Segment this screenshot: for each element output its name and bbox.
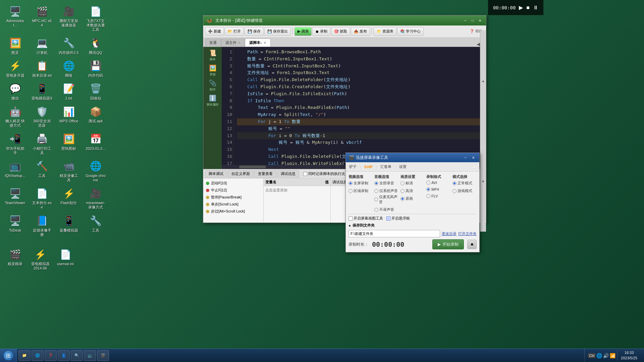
debug-tab-script[interactable]: 脚本调试 <box>205 170 227 178</box>
tab-nav-left[interactable]: ◀ <box>477 42 480 47</box>
taskbar-search[interactable]: 🔍 <box>71 350 83 361</box>
desktop-icon-360[interactable]: 🛡️ 360安全浏览器 <box>30 104 54 129</box>
toolbar-grab-btn[interactable]: 🎯 抓取 <box>331 27 350 36</box>
rec-toolbar-close[interactable]: ✕ <box>471 164 478 170</box>
desktop-icon-textplit[interactable]: 📄 文本拆分.exe <box>30 185 54 211</box>
toolbar-run-btn[interactable]: ▶ 调测 <box>294 27 312 36</box>
no-audio-radio[interactable] <box>374 208 378 212</box>
sidebar-properties[interactable]: ℹ️ 脚本属性 <box>206 94 219 107</box>
taskbar-help[interactable]: ❓ <box>45 350 57 361</box>
rec-region-option[interactable]: 区域录制 <box>348 188 368 193</box>
rec-hd-option[interactable]: 高清 <box>400 188 413 193</box>
avi-radio[interactable] <box>426 181 430 185</box>
open-folder-link[interactable]: 打开文件夹 <box>458 231 477 236</box>
toolbar-save-btn[interactable]: 💾 保存 <box>245 27 264 36</box>
code-editor[interactable]: 12345 678910 1112131415 1617181920 21222… <box>222 47 486 165</box>
var-add-hint[interactable]: 点击这里添加 <box>264 186 330 194</box>
rec-mp4-option[interactable]: MP4 <box>426 187 439 191</box>
taskbar-ie[interactable]: 🌐 <box>32 350 44 361</box>
debug-start-btn[interactable]: 启动F[10] <box>204 180 262 187</box>
debug-stop-btn[interactable]: 中止F[12] <box>204 187 262 194</box>
minimize-button[interactable]: ─ <box>462 17 469 23</box>
screenshot-checkbox[interactable] <box>348 217 353 221</box>
desktop-icon-xiaoren[interactable]: 🖨️ 小精打印工具 <box>30 131 54 157</box>
rec-minimize-btn[interactable]: ─ <box>462 155 469 161</box>
desktop-icon-recycle[interactable]: 🗑️ 回收站 <box>84 81 107 102</box>
top-stop-btn[interactable]: ■ <box>526 5 530 11</box>
debug-tab-variables[interactable]: 变量查看 <box>254 170 276 178</box>
region-radio[interactable] <box>348 189 353 193</box>
desktop-icon-huawei[interactable]: 📲 华为手机助手 <box>3 131 27 157</box>
desktop-icon-1txt[interactable]: 📝 1.txt <box>57 81 80 102</box>
desktop-icon-wps[interactable]: 📊 WPS Office <box>57 104 80 129</box>
start-button[interactable]: ⊞ <box>0 349 17 362</box>
top-pause-btn[interactable]: ⏸ <box>533 5 538 11</box>
fullscreen-radio[interactable] <box>348 181 353 185</box>
close-button[interactable]: ✕ <box>477 17 483 23</box>
debug-pause-btn[interactable]: 暂停[Pause/Break] <box>204 194 262 201</box>
sd-radio[interactable] <box>400 181 405 185</box>
rec-path-input[interactable] <box>348 230 440 237</box>
code-text[interactable]: Path = Form1.BrowseBox1.Path 数量 = CInt(F… <box>233 47 486 165</box>
change-directory-link[interactable]: 更改目录 <box>442 231 457 236</box>
flv-radio[interactable] <box>426 194 430 198</box>
desktop-icon-wallpaper[interactable]: 🖼️ 壁纸图标 <box>57 131 80 157</box>
rec-toolbar-settings[interactable]: 设置 <box>397 164 408 170</box>
maximize-button[interactable]: □ <box>469 17 476 23</box>
sidebar-attachment[interactable]: 📎 附件 <box>206 79 219 92</box>
toolbar-publish-btn[interactable]: 📤 发布 <box>351 27 370 36</box>
sidebar-script[interactable]: 📜 脚本 <box>206 49 219 62</box>
desktop-icon-userdata[interactable]: 📄 uservar.ini <box>54 246 77 272</box>
tab-sourcescript[interactable]: 源脚本↓ ✕ <box>245 39 271 47</box>
desktop-icon-memory[interactable]: 🔧 内存插件2.5 <box>57 35 80 56</box>
rec-game-mode[interactable]: 游戏模式 <box>452 188 472 193</box>
rec-sd-option[interactable]: 标清 <box>400 181 413 186</box>
record-sequence-checkbox[interactable] <box>303 172 307 176</box>
desktop-icon-feiyan[interactable]: 📄 飞燕TXT文本数据去重工具 <box>84 3 107 34</box>
rec-stop-button[interactable]: ■ <box>467 240 477 249</box>
desktop-icon-leidian2[interactable]: ⚡ 雷电模拟器 2014.06 <box>29 246 52 272</box>
sys-audio-radio[interactable] <box>374 189 378 193</box>
desktop-icon-jingling2[interactable]: 🎬 精灵精录 <box>3 246 27 272</box>
debug-tab-debug-info[interactable]: 调试信息 <box>277 170 299 178</box>
desktop-icon-todesk[interactable]: 🖥️ ToDesk <box>3 213 27 238</box>
floatwindow-checkbox[interactable]: ✓ <box>386 217 390 221</box>
desktop-icon-emulator[interactable]: 📱 雷电模拟器9 <box>30 81 54 102</box>
desktop-icon-wanfang[interactable]: 🎥 圈框万里加速播放器 <box>57 3 80 34</box>
game-mode-radio[interactable] <box>452 189 457 193</box>
tab-close-1[interactable]: ✕ <box>238 41 240 45</box>
taskbar-file-manager[interactable]: 📁 <box>18 350 31 361</box>
toolbar-new-btn[interactable]: ➕ 新建 <box>205 27 224 36</box>
desktop-icon-computer[interactable]: 💻 计算机 <box>30 35 54 56</box>
toolbar-saveas-btn[interactable]: 💾 保存退出 <box>264 27 291 36</box>
taskbar-user[interactable]: 👤 <box>58 350 70 361</box>
desktop-icon-bluestacks[interactable]: 📱 蓝叠模拟器 <box>57 213 80 238</box>
desktop-icon-teamviewer[interactable]: 🖥️ TeamViewer <box>3 185 27 211</box>
desktop-icon-fanhui[interactable]: 📘 反馈录像手册 <box>30 213 54 238</box>
toolbar-resources-btn[interactable]: 📁 资源库 <box>374 27 396 36</box>
tab-shouting[interactable]: 首通 <box>205 39 221 47</box>
desktop-icon-iqivi[interactable]: 📺 IQIVIsetup... <box>3 158 27 184</box>
desktop-icon-testapk[interactable]: 📦 测试.apk <box>84 104 107 129</box>
rec-toolbar-donkey[interactable]: 驴子 <box>347 164 358 170</box>
rec-original-option[interactable]: 原画 <box>400 196 413 201</box>
desktop-icon-jinglingrec[interactable]: 📹 精灵录像工具 <box>57 158 80 184</box>
rec-toolbar-minimize[interactable]: ─ <box>463 164 469 170</box>
desktop-icon-admin[interactable]: 🖥️ Administrat... <box>3 3 27 34</box>
debug-step-btn[interactable]: 单步[Scroll Lock] <box>204 201 262 208</box>
desktop-icon-tools2[interactable]: 🔧 工具 <box>84 213 107 238</box>
desktop-icon-qq[interactable]: 🐧 腾讯QQ <box>84 35 107 56</box>
right-arrow-up[interactable]: ▲ <box>482 79 485 83</box>
all-audio-radio[interactable] <box>374 181 378 185</box>
desktop-icon-picture[interactable]: 🖼️ 图灵 <box>3 35 27 56</box>
float-window-check[interactable]: ✓ 开启悬浮框 <box>386 216 410 221</box>
debug-stepover-btn[interactable]: 步过[Alt+Scroll Lock] <box>204 208 262 215</box>
scrollbar-thumb[interactable] <box>239 166 266 168</box>
toolbar-record-btn[interactable]: ⏺ 录制 <box>312 27 330 36</box>
taskbar-app2[interactable]: 🎬 <box>97 350 109 361</box>
desktop-icon-memory2[interactable]: 💾 内存代码 <box>84 58 107 79</box>
rec-sys-audio-option[interactable]: 仅系统声音 <box>374 188 398 193</box>
screenshot-tool-check[interactable]: 开启屏幕画图工具 <box>348 216 383 221</box>
hd-radio[interactable] <box>400 189 405 193</box>
desktop-icon-network[interactable]: 🌐 网络 <box>57 58 80 79</box>
